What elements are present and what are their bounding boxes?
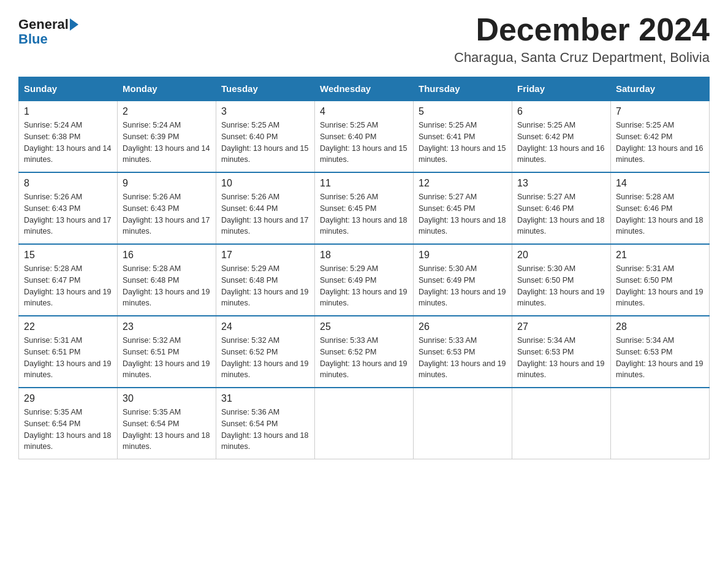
day-number: 4 xyxy=(320,106,408,117)
calendar-header-friday: Friday xyxy=(512,77,611,101)
calendar-cell: 11 Sunrise: 5:26 AMSunset: 6:45 PMDaylig… xyxy=(315,172,414,244)
calendar-cell: 7 Sunrise: 5:25 AMSunset: 6:42 PMDayligh… xyxy=(611,101,710,172)
calendar-cell xyxy=(414,388,512,459)
calendar-cell: 3 Sunrise: 5:25 AMSunset: 6:40 PMDayligh… xyxy=(216,101,315,172)
calendar-cell: 22 Sunrise: 5:31 AMSunset: 6:51 PMDaylig… xyxy=(19,316,118,388)
calendar-cell: 21 Sunrise: 5:31 AMSunset: 6:50 PMDaylig… xyxy=(611,244,710,316)
day-number: 9 xyxy=(123,178,211,189)
page-subtitle: Charagua, Santa Cruz Department, Bolivia xyxy=(454,50,710,66)
day-info: Sunrise: 5:34 AMSunset: 6:53 PMDaylight:… xyxy=(517,336,604,379)
day-info: Sunrise: 5:27 AMSunset: 6:46 PMDaylight:… xyxy=(517,193,604,236)
day-info: Sunrise: 5:33 AMSunset: 6:52 PMDaylight:… xyxy=(320,336,407,379)
calendar-cell: 5 Sunrise: 5:25 AMSunset: 6:41 PMDayligh… xyxy=(414,101,512,172)
calendar-cell: 28 Sunrise: 5:34 AMSunset: 6:53 PMDaylig… xyxy=(611,316,710,388)
day-info: Sunrise: 5:24 AMSunset: 6:39 PMDaylight:… xyxy=(123,121,210,164)
day-info: Sunrise: 5:35 AMSunset: 6:54 PMDaylight:… xyxy=(123,408,210,451)
page-title: December 2024 xyxy=(454,12,710,47)
day-number: 23 xyxy=(123,321,211,332)
day-number: 16 xyxy=(123,250,211,261)
calendar-cell: 31 Sunrise: 5:36 AMSunset: 6:54 PMDaylig… xyxy=(216,388,315,459)
calendar-week-row: 22 Sunrise: 5:31 AMSunset: 6:51 PMDaylig… xyxy=(19,316,710,388)
calendar-cell: 8 Sunrise: 5:26 AMSunset: 6:43 PMDayligh… xyxy=(19,172,118,244)
page-header: General Blue December 2024 Charagua, San… xyxy=(18,12,710,66)
day-number: 19 xyxy=(419,250,507,261)
day-number: 21 xyxy=(616,250,704,261)
calendar-cell: 30 Sunrise: 5:35 AMSunset: 6:54 PMDaylig… xyxy=(118,388,216,459)
calendar-cell: 20 Sunrise: 5:30 AMSunset: 6:50 PMDaylig… xyxy=(512,244,611,316)
calendar-header-sunday: Sunday xyxy=(19,77,118,101)
day-number: 14 xyxy=(616,178,704,189)
day-info: Sunrise: 5:26 AMSunset: 6:45 PMDaylight:… xyxy=(320,193,407,236)
day-number: 2 xyxy=(123,106,211,117)
day-info: Sunrise: 5:27 AMSunset: 6:45 PMDaylight:… xyxy=(419,193,506,236)
day-info: Sunrise: 5:28 AMSunset: 6:46 PMDaylight:… xyxy=(616,193,703,236)
calendar-week-row: 29 Sunrise: 5:35 AMSunset: 6:54 PMDaylig… xyxy=(19,388,710,459)
day-number: 30 xyxy=(123,393,211,404)
day-number: 25 xyxy=(320,321,408,332)
day-info: Sunrise: 5:33 AMSunset: 6:53 PMDaylight:… xyxy=(419,336,506,379)
calendar-week-row: 1 Sunrise: 5:24 AMSunset: 6:38 PMDayligh… xyxy=(19,101,710,172)
day-number: 26 xyxy=(419,321,507,332)
calendar-week-row: 15 Sunrise: 5:28 AMSunset: 6:47 PMDaylig… xyxy=(19,244,710,316)
calendar-cell: 26 Sunrise: 5:33 AMSunset: 6:53 PMDaylig… xyxy=(414,316,512,388)
day-number: 31 xyxy=(221,393,309,404)
day-info: Sunrise: 5:32 AMSunset: 6:52 PMDaylight:… xyxy=(221,336,308,379)
calendar-cell: 17 Sunrise: 5:29 AMSunset: 6:48 PMDaylig… xyxy=(216,244,315,316)
calendar-cell: 14 Sunrise: 5:28 AMSunset: 6:46 PMDaylig… xyxy=(611,172,710,244)
day-number: 8 xyxy=(24,178,112,189)
day-number: 1 xyxy=(24,106,112,117)
calendar-cell: 27 Sunrise: 5:34 AMSunset: 6:53 PMDaylig… xyxy=(512,316,611,388)
day-info: Sunrise: 5:26 AMSunset: 6:44 PMDaylight:… xyxy=(221,193,308,236)
calendar-cell: 13 Sunrise: 5:27 AMSunset: 6:46 PMDaylig… xyxy=(512,172,611,244)
day-number: 24 xyxy=(221,321,309,332)
calendar-cell: 9 Sunrise: 5:26 AMSunset: 6:43 PMDayligh… xyxy=(118,172,216,244)
day-number: 29 xyxy=(24,393,112,404)
day-number: 27 xyxy=(517,321,605,332)
calendar-cell: 10 Sunrise: 5:26 AMSunset: 6:44 PMDaylig… xyxy=(216,172,315,244)
day-info: Sunrise: 5:25 AMSunset: 6:40 PMDaylight:… xyxy=(320,121,407,164)
calendar-cell: 24 Sunrise: 5:32 AMSunset: 6:52 PMDaylig… xyxy=(216,316,315,388)
day-info: Sunrise: 5:28 AMSunset: 6:48 PMDaylight:… xyxy=(123,264,210,307)
calendar-header-saturday: Saturday xyxy=(611,77,710,101)
logo: General Blue xyxy=(18,17,78,47)
day-info: Sunrise: 5:24 AMSunset: 6:38 PMDaylight:… xyxy=(24,121,111,164)
day-info: Sunrise: 5:29 AMSunset: 6:48 PMDaylight:… xyxy=(221,264,308,307)
day-number: 20 xyxy=(517,250,605,261)
day-number: 12 xyxy=(419,178,507,189)
calendar-header-row: SundayMondayTuesdayWednesdayThursdayFrid… xyxy=(19,77,710,101)
day-info: Sunrise: 5:25 AMSunset: 6:41 PMDaylight:… xyxy=(419,121,506,164)
calendar-table: SundayMondayTuesdayWednesdayThursdayFrid… xyxy=(18,77,710,459)
day-info: Sunrise: 5:34 AMSunset: 6:53 PMDaylight:… xyxy=(616,336,703,379)
day-info: Sunrise: 5:28 AMSunset: 6:47 PMDaylight:… xyxy=(24,264,111,307)
calendar-cell: 29 Sunrise: 5:35 AMSunset: 6:54 PMDaylig… xyxy=(19,388,118,459)
calendar-cell: 6 Sunrise: 5:25 AMSunset: 6:42 PMDayligh… xyxy=(512,101,611,172)
day-info: Sunrise: 5:30 AMSunset: 6:49 PMDaylight:… xyxy=(419,264,506,307)
day-info: Sunrise: 5:31 AMSunset: 6:50 PMDaylight:… xyxy=(616,264,703,307)
calendar-cell: 16 Sunrise: 5:28 AMSunset: 6:48 PMDaylig… xyxy=(118,244,216,316)
day-number: 10 xyxy=(221,178,309,189)
day-info: Sunrise: 5:26 AMSunset: 6:43 PMDaylight:… xyxy=(24,193,111,236)
day-info: Sunrise: 5:29 AMSunset: 6:49 PMDaylight:… xyxy=(320,264,407,307)
day-number: 17 xyxy=(221,250,309,261)
logo-blue: Blue xyxy=(18,32,48,47)
calendar-header-thursday: Thursday xyxy=(414,77,512,101)
calendar-cell: 1 Sunrise: 5:24 AMSunset: 6:38 PMDayligh… xyxy=(19,101,118,172)
calendar-cell xyxy=(512,388,611,459)
calendar-cell: 18 Sunrise: 5:29 AMSunset: 6:49 PMDaylig… xyxy=(315,244,414,316)
day-number: 11 xyxy=(320,178,408,189)
calendar-cell: 2 Sunrise: 5:24 AMSunset: 6:39 PMDayligh… xyxy=(118,101,216,172)
day-info: Sunrise: 5:30 AMSunset: 6:50 PMDaylight:… xyxy=(517,264,604,307)
calendar-cell: 19 Sunrise: 5:30 AMSunset: 6:49 PMDaylig… xyxy=(414,244,512,316)
calendar-week-row: 8 Sunrise: 5:26 AMSunset: 6:43 PMDayligh… xyxy=(19,172,710,244)
calendar-header-tuesday: Tuesday xyxy=(216,77,315,101)
calendar-cell xyxy=(611,388,710,459)
day-number: 3 xyxy=(221,106,309,117)
calendar-header-wednesday: Wednesday xyxy=(315,77,414,101)
day-info: Sunrise: 5:35 AMSunset: 6:54 PMDaylight:… xyxy=(24,408,111,451)
calendar-cell xyxy=(315,388,414,459)
day-number: 18 xyxy=(320,250,408,261)
day-number: 28 xyxy=(616,321,704,332)
calendar-cell: 23 Sunrise: 5:32 AMSunset: 6:51 PMDaylig… xyxy=(118,316,216,388)
day-number: 22 xyxy=(24,321,112,332)
day-number: 6 xyxy=(517,106,605,117)
